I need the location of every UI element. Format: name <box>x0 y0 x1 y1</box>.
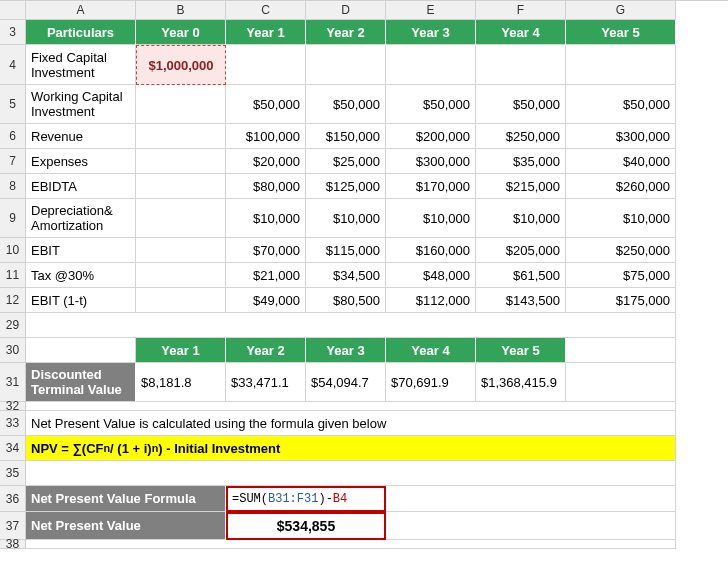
cell[interactable]: $10,000 <box>386 199 476 238</box>
cell[interactable]: $80,500 <box>306 288 386 313</box>
cell[interactable] <box>136 238 226 263</box>
row-label[interactable]: Fixed Capital Investment <box>26 45 136 85</box>
cell[interactable]: $35,000 <box>476 149 566 174</box>
empty-cell[interactable] <box>386 486 676 512</box>
cell[interactable]: $100,000 <box>226 124 306 149</box>
row-header[interactable]: 4 <box>0 45 26 85</box>
row-label[interactable]: EBIT <box>26 238 136 263</box>
empty-cell[interactable] <box>566 363 676 402</box>
row-header[interactable]: 3 <box>0 20 26 45</box>
row-label[interactable]: Expenses <box>26 149 136 174</box>
row-label[interactable]: Tax @30% <box>26 263 136 288</box>
row-header[interactable]: 7 <box>0 149 26 174</box>
row-header[interactable]: 11 <box>0 263 26 288</box>
cell[interactable]: $125,000 <box>306 174 386 199</box>
empty-cell[interactable] <box>26 540 676 549</box>
empty-cell[interactable] <box>26 461 676 486</box>
row-header[interactable]: 6 <box>0 124 26 149</box>
row-label[interactable]: EBIT (1-t) <box>26 288 136 313</box>
table-header[interactable]: Year 3 <box>306 338 386 363</box>
row-header[interactable]: 30 <box>0 338 26 363</box>
cell[interactable] <box>226 45 306 85</box>
table-header[interactable]: Year 1 <box>226 20 306 45</box>
table-header[interactable]: Year 5 <box>476 338 566 363</box>
cell[interactable] <box>136 199 226 238</box>
cell[interactable] <box>386 45 476 85</box>
cell[interactable]: $50,000 <box>566 85 676 124</box>
cell[interactable]: $50,000 <box>306 85 386 124</box>
row-header[interactable]: 37 <box>0 512 26 540</box>
empty-cell[interactable] <box>26 313 676 338</box>
cell[interactable]: $215,000 <box>476 174 566 199</box>
cell[interactable] <box>566 45 676 85</box>
cell[interactable]: $260,000 <box>566 174 676 199</box>
table-header[interactable]: Year 0 <box>136 20 226 45</box>
cell[interactable] <box>136 124 226 149</box>
col-header[interactable]: D <box>306 1 386 20</box>
cell[interactable]: $170,000 <box>386 174 476 199</box>
row-label[interactable]: Revenue <box>26 124 136 149</box>
cell[interactable] <box>136 174 226 199</box>
cell[interactable]: $160,000 <box>386 238 476 263</box>
row-header[interactable]: 31 <box>0 363 26 402</box>
row-header[interactable]: 8 <box>0 174 26 199</box>
cell[interactable] <box>136 263 226 288</box>
cell[interactable]: $10,000 <box>566 199 676 238</box>
table-header[interactable]: Year 2 <box>306 20 386 45</box>
npv-formula-cell[interactable]: =SUM(B31:F31)-B4 <box>226 486 386 512</box>
spreadsheet-grid[interactable]: A B C D E F G 3 Particulars Year 0 Year … <box>0 0 728 549</box>
cell[interactable]: $50,000 <box>476 85 566 124</box>
cell[interactable] <box>136 288 226 313</box>
row-header[interactable]: 38 <box>0 540 26 549</box>
cell[interactable] <box>476 45 566 85</box>
cell[interactable]: $49,000 <box>226 288 306 313</box>
discounted-value[interactable]: $54,094.7 <box>306 363 386 402</box>
cell[interactable]: $34,500 <box>306 263 386 288</box>
cell[interactable]: $40,000 <box>566 149 676 174</box>
cell[interactable]: $300,000 <box>566 124 676 149</box>
initial-investment-cell[interactable]: $1,000,000 <box>136 45 226 85</box>
npv-result-cell[interactable]: $534,855 <box>226 512 386 540</box>
cell[interactable]: $175,000 <box>566 288 676 313</box>
cell[interactable]: $250,000 <box>566 238 676 263</box>
cell[interactable]: $150,000 <box>306 124 386 149</box>
empty-cell[interactable] <box>566 338 676 363</box>
note-text[interactable]: Net Present Value is calculated using th… <box>26 411 676 436</box>
table-header[interactable]: Year 5 <box>566 20 676 45</box>
row-header[interactable]: 10 <box>0 238 26 263</box>
row-header[interactable]: 33 <box>0 411 26 436</box>
col-header[interactable]: A <box>26 1 136 20</box>
row-header[interactable]: 9 <box>0 199 26 238</box>
cell[interactable]: $21,000 <box>226 263 306 288</box>
cell[interactable]: $75,000 <box>566 263 676 288</box>
table-header[interactable]: Year 2 <box>226 338 306 363</box>
cell[interactable]: $20,000 <box>226 149 306 174</box>
cell[interactable]: $25,000 <box>306 149 386 174</box>
row-header[interactable]: 34 <box>0 436 26 461</box>
col-header[interactable]: G <box>566 1 676 20</box>
discounted-value[interactable]: $33,471.1 <box>226 363 306 402</box>
empty-cell[interactable] <box>26 402 676 411</box>
cell[interactable]: $50,000 <box>386 85 476 124</box>
cell[interactable]: $50,000 <box>226 85 306 124</box>
cell[interactable]: $10,000 <box>306 199 386 238</box>
row-header[interactable]: 35 <box>0 461 26 486</box>
npv-formula-label[interactable]: Net Present Value Formula <box>26 486 226 512</box>
table-header[interactable]: Year 4 <box>476 20 566 45</box>
empty-cell[interactable] <box>386 512 676 540</box>
col-header[interactable]: B <box>136 1 226 20</box>
row-label[interactable]: Depreciation& Amortization <box>26 199 136 238</box>
discounted-value[interactable]: $1,368,415.9 <box>476 363 566 402</box>
table-header[interactable]: Year 4 <box>386 338 476 363</box>
row-header[interactable]: 36 <box>0 486 26 512</box>
cell[interactable]: $61,500 <box>476 263 566 288</box>
discounted-value[interactable]: $8,181.8 <box>136 363 226 402</box>
cell[interactable]: $200,000 <box>386 124 476 149</box>
cell[interactable]: $10,000 <box>476 199 566 238</box>
formula-text[interactable]: NPV = ∑(CFn / (1 + i)n) - Initial Invest… <box>26 436 676 461</box>
cell[interactable]: $80,000 <box>226 174 306 199</box>
table-header[interactable]: Year 1 <box>136 338 226 363</box>
cell[interactable]: $115,000 <box>306 238 386 263</box>
cell[interactable]: $10,000 <box>226 199 306 238</box>
cell[interactable] <box>136 85 226 124</box>
